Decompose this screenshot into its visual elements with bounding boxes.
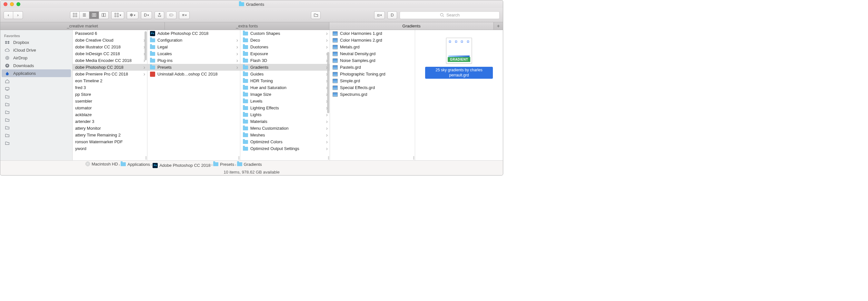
list-item[interactable]: Noise Samples.grd <box>330 57 415 64</box>
list-item[interactable]: yword <box>72 145 147 152</box>
preview-file-icon[interactable]: GRADIENT <box>446 38 472 64</box>
list-item[interactable]: Lighting Effects› <box>240 104 330 111</box>
list-item[interactable]: attery Time Remaining 2 <box>72 132 147 139</box>
sidebar-item-slot-12[interactable] <box>0 131 72 139</box>
minimize-window-button[interactable] <box>10 2 14 6</box>
column-presets[interactable]: Custom Shapes›Deco›Duotones›Exposure›Fla… <box>240 30 330 160</box>
list-item[interactable]: dobe Media Encoder CC 2018› <box>72 57 147 64</box>
list-item[interactable]: dobe Photoshop CC 2018› <box>72 64 147 71</box>
sidebar-item-applications[interactable]: Applications <box>2 69 71 77</box>
list-item[interactable]: Metals.grd <box>330 43 415 50</box>
list-item[interactable]: ronson Watermarker PDF <box>72 139 147 145</box>
list-item[interactable]: Optimized Output Settings› <box>240 145 330 152</box>
column-app-contents[interactable]: PsAdobe Photoshop CC 2018Configuration›L… <box>147 30 240 160</box>
list-item[interactable]: Pastels.grd <box>330 64 415 71</box>
tab-extra-fonts[interactable]: _extra fonts <box>165 22 329 30</box>
list-item[interactable]: Levels› <box>240 98 330 104</box>
sidebar-item-slot-9[interactable] <box>0 108 72 116</box>
list-item[interactable]: Menu Customization› <box>240 125 330 132</box>
list-item[interactable]: ackblaze <box>72 111 147 118</box>
sidebar-item-icloud-drive[interactable]: iCloud Drive <box>0 46 72 54</box>
column-view-button[interactable] <box>89 11 99 19</box>
sidebar-item-slot-6[interactable] <box>0 85 72 93</box>
toolbar-menu-button[interactable]: ≡ ▾ <box>179 11 190 19</box>
list-item[interactable]: fred 3 <box>72 84 147 91</box>
dropbox-toolbar-button[interactable]: ⧈ ▾ <box>374 11 385 19</box>
list-item[interactable]: Materials› <box>240 118 330 125</box>
sidebar-item-downloads[interactable]: Downloads <box>0 62 72 69</box>
list-item[interactable]: pp Store <box>72 91 147 98</box>
list-item[interactable]: PsAdobe Photoshop CC 2018 <box>147 30 240 37</box>
close-window-button[interactable] <box>4 2 7 6</box>
back-button[interactable]: ‹ <box>4 11 13 19</box>
list-item[interactable]: Exposure› <box>240 50 330 57</box>
sidebar-item-slot-10[interactable] <box>0 116 72 124</box>
scrollbar-thumb[interactable] <box>327 52 329 113</box>
list-item[interactable]: Lights› <box>240 111 330 118</box>
new-folder-button[interactable] <box>311 11 321 19</box>
sidebar-item-slot-8[interactable] <box>0 100 72 108</box>
tab-gradients[interactable]: Gradients <box>329 22 494 30</box>
list-item[interactable]: Custom Shapes› <box>240 30 330 37</box>
list-item[interactable]: dobe Premiere Pro CC 2018› <box>72 71 147 78</box>
forward-button[interactable]: › <box>13 11 23 19</box>
scrollbar-thumb[interactable] <box>145 31 147 60</box>
path-segment[interactable]: Macintosh HD <box>86 162 118 167</box>
column-resize-handle[interactable]: ‖ <box>413 155 414 160</box>
list-item[interactable]: eon Timeline 2 <box>72 78 147 84</box>
search-field[interactable]: Search <box>400 11 500 19</box>
list-item[interactable]: Plug-ins› <box>147 57 240 64</box>
list-item[interactable]: Photographic Toning.grd <box>330 71 415 78</box>
sidebar-item-slot-11[interactable] <box>0 124 72 131</box>
list-item[interactable]: Image Size› <box>240 91 330 98</box>
column-resize-handle[interactable]: ‖ <box>328 155 329 160</box>
list-item[interactable]: dobe Creative Cloud› <box>72 37 147 43</box>
column-gradients[interactable]: Color Harmonies 1.grdColor Harmonies 2.g… <box>330 30 415 160</box>
column-resize-handle[interactable]: ‖ <box>238 155 239 160</box>
list-item[interactable]: Deco› <box>240 37 330 43</box>
list-item[interactable]: HDR Toning› <box>240 78 330 84</box>
list-item[interactable]: Guides› <box>240 71 330 78</box>
sidebar-item-slot-7[interactable] <box>0 93 72 100</box>
sidebar-item-slot-5[interactable] <box>0 77 72 85</box>
action-button[interactable]: ✻ ▾ <box>127 11 138 19</box>
list-item[interactable]: Spectrums.grd <box>330 91 415 98</box>
list-item[interactable]: Password 6 <box>72 30 147 37</box>
list-item[interactable]: Optimized Colors› <box>240 139 330 145</box>
list-item[interactable]: Duotones› <box>240 43 330 50</box>
gallery-view-button[interactable] <box>99 11 109 19</box>
list-item[interactable]: Color Harmonies 1.grd <box>330 30 415 37</box>
column-resize-handle[interactable]: ‖ <box>145 155 147 160</box>
list-item[interactable]: ssembler <box>72 98 147 104</box>
list-item[interactable]: Gradients› <box>240 64 330 71</box>
sidebar-item-airdrop[interactable]: AirDrop <box>0 54 72 62</box>
dropbox-smartsync-button[interactable]: D <box>388 11 397 19</box>
list-item[interactable]: artender 3 <box>72 118 147 125</box>
sidebar-item-slot-13[interactable] <box>0 139 72 147</box>
group-by-button[interactable]: ▾ <box>111 11 124 19</box>
list-view-button[interactable] <box>80 11 89 19</box>
tab-creative-market[interactable]: _creative market <box>0 22 165 30</box>
sidebar-item-dropbox[interactable]: Dropbox <box>0 38 72 46</box>
list-item[interactable]: Legal› <box>147 43 240 50</box>
list-item[interactable]: Hue and Saturation› <box>240 84 330 91</box>
tags-button[interactable] <box>167 11 177 19</box>
new-tab-button[interactable]: + <box>494 22 503 30</box>
list-item[interactable]: Neutral Density.grd <box>330 50 415 57</box>
zoom-window-button[interactable] <box>17 2 20 6</box>
list-item[interactable]: Locales› <box>147 50 240 57</box>
list-item[interactable]: Meshes› <box>240 132 330 139</box>
list-item[interactable]: utomator <box>72 104 147 111</box>
column-applications[interactable]: Password 6dobe Creative Cloud›dobe Illus… <box>72 30 147 160</box>
list-item[interactable]: Flash 3D› <box>240 57 330 64</box>
list-item[interactable]: Simple.grd <box>330 78 415 84</box>
path-segment[interactable]: PsAdobe Photoshop CC 2018 <box>153 163 210 168</box>
list-item[interactable]: Special Effects.grd <box>330 84 415 91</box>
icon-view-button[interactable] <box>70 11 80 19</box>
share-button[interactable] <box>155 11 164 19</box>
list-item[interactable]: Uninstall Adob…oshop CC 2018 <box>147 71 240 78</box>
path-segment[interactable]: Presets <box>213 162 234 167</box>
list-item[interactable]: Presets› <box>147 64 240 71</box>
path-segment[interactable]: Applications <box>121 162 150 167</box>
dropbox-sync-button[interactable]: D ▾ <box>141 11 152 19</box>
